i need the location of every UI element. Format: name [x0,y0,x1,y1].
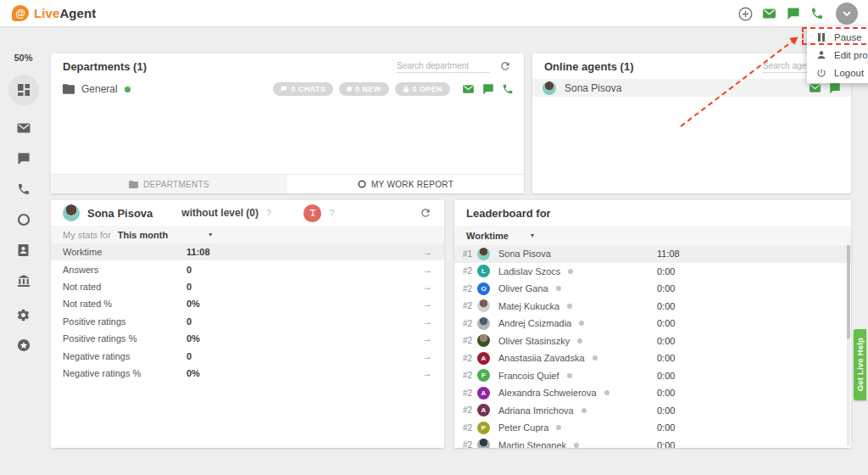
leaderboard-row[interactable]: #2 A Alexandra Schweierova 0:00 [454,384,851,402]
badge-help-icon[interactable]: ? [329,208,334,218]
leaderboard-row[interactable]: #2 F Francois Quief 0:00 [454,367,851,385]
stats-for-label: My stats for [63,230,111,240]
stat-label: Negative ratings % [63,368,141,378]
stat-row[interactable]: Negative ratings % 0% → [51,365,444,382]
stat-row[interactable]: Negative ratings 0 → [51,347,444,364]
sidebar-item-contacts[interactable] [16,243,31,258]
stat-row[interactable]: Positive ratings % 0% → [51,330,444,347]
arrow-right-icon: → [422,298,432,310]
online-agent-row[interactable]: Sona Pisova [532,79,851,97]
stat-row[interactable]: Worktime 11:08 → [51,243,444,260]
agent-name: Adriana Imrichova [498,405,574,416]
department-badges: 0 CHATS 0 NEW 0 OPEN [273,82,450,96]
tab-departments[interactable]: DEPARTMENTS [51,175,287,193]
sidebar-item-settings[interactable] [16,307,31,322]
offline-status-dot [567,304,572,309]
new-call-icon[interactable] [810,7,824,21]
stats-list: Worktime 11:08 → Answers 0 → Not rated 0… [51,243,444,382]
level-help-icon[interactable]: ? [266,208,271,218]
user-menu-button[interactable] [836,3,858,25]
leaderboard-row[interactable]: #2 A Anastasiia Zavadska 0:00 [454,349,851,367]
stat-row[interactable]: Not rated 0 → [51,278,444,295]
stat-label: Positive ratings [63,316,126,327]
add-new-icon[interactable] [738,7,753,21]
sidebar-item-chats[interactable] [16,151,31,166]
call-action-icon[interactable] [501,83,514,96]
avatar: O [477,282,490,295]
power-icon [816,68,826,78]
sidebar-item-to-solve[interactable] [16,212,31,227]
offline-status-dot [593,355,598,360]
menu-item-logout[interactable]: Logout [807,64,868,81]
worktime-value: 0:00 [657,283,675,293]
department-row[interactable]: General 0 CHATS 0 NEW 0 OPEN [51,79,524,99]
new-chat-icon[interactable] [786,7,800,21]
avatar [542,81,556,95]
leaderboard-row[interactable]: #2 Andrej Csizmadia 0:00 [454,315,851,332]
rank-label: #2 [463,266,477,276]
leaderboard-row[interactable]: #2 A Adriana Imrichova 0:00 [454,402,851,420]
bottom-tabs: DEPARTMENTS MY WORK REPORT [51,174,524,193]
leaderboard-row[interactable]: #2 Martin Stepanek 0:00 [454,437,851,449]
leaderboard-row[interactable]: #2 P Peter Cupra 0:00 [454,419,851,437]
leaderboard-row[interactable]: #1 Sona Pisova 11:08 [454,245,851,263]
worktime-value: 0:00 [657,336,675,346]
chat-action-icon[interactable] [828,81,841,94]
caret-down-icon[interactable]: ▾ [531,232,534,239]
leaderboard-row[interactable]: #2 Matej Kukucka 0:00 [454,298,851,316]
scrollbar-track [847,245,850,446]
menu-item-pause[interactable]: Pause [807,28,868,46]
online-status-dot [125,87,131,92]
leaderboard-row[interactable]: #2 Oliver Stasinszky 0:00 [454,332,851,350]
worktime-value: 0:00 [657,266,675,277]
topbar: @ LiveAgent [0,0,868,27]
sidebar-item-company[interactable] [16,273,31,288]
refresh-icon[interactable] [498,59,512,73]
rank-label: #2 [463,319,477,328]
offline-status-dot [581,408,587,413]
chat-mini-icon [281,86,287,92]
caret-down-icon[interactable]: ▾ [209,231,212,238]
usage-percent: 50% [14,53,32,63]
avatar: F [477,369,490,382]
leaderboard-row[interactable]: #2 O Oliver Gana 0:00 [454,280,851,298]
period-select[interactable]: This month [118,230,168,240]
get-live-help-button[interactable]: Get Live Help [854,329,866,400]
sidebar: 50% [0,27,47,475]
menu-item-edit-profile[interactable]: Edit profile [807,46,868,64]
gamification-badge-icon[interactable] [303,204,321,222]
chat-action-icon[interactable] [481,83,494,96]
sidebar-item-calls[interactable] [16,182,31,197]
mail-action-icon[interactable] [462,83,475,96]
agent-name: Ladislav Szocs [498,266,560,277]
circle-mini-icon [347,87,352,92]
brand-bubble-icon: @ [12,5,29,21]
leaderboard-row[interactable]: #2 L Ladislav Szocs 0:00 [454,263,851,281]
scrollbar-thumb[interactable] [847,245,850,338]
tab-my-work-report[interactable]: MY WORK REPORT [287,175,524,193]
star-circle-icon [17,338,31,352]
stat-value: 0% [186,299,200,309]
stat-label: Answers [63,265,98,275]
worktime-value: 0:00 [657,318,675,328]
mail-action-icon[interactable] [809,81,821,94]
pause-icon [816,32,826,42]
sidebar-item-gamification[interactable] [16,338,31,353]
stat-value: 0 [186,282,192,292]
stat-row[interactable]: Not rated % 0% → [51,295,444,312]
offline-status-dot [574,443,579,448]
offline-status-dot [568,269,573,274]
offline-status-dot [577,338,582,344]
chevron-down-icon [843,11,851,16]
refresh-icon[interactable] [419,206,432,220]
new-ticket-mail-icon[interactable] [762,7,776,21]
stat-row[interactable]: Answers 0 → [51,260,444,277]
dashboard-grid-icon [16,82,31,98]
avatar: A [477,404,490,416]
metric-select[interactable]: Worktime [466,231,509,241]
sidebar-item-dashboard[interactable] [8,75,39,105]
sidebar-item-tickets[interactable] [16,120,31,136]
leaderboard-metric-bar: Worktime ▾ [454,226,851,245]
stat-row[interactable]: Positive ratings 0 → [51,313,444,330]
search-department-input[interactable] [397,59,490,73]
